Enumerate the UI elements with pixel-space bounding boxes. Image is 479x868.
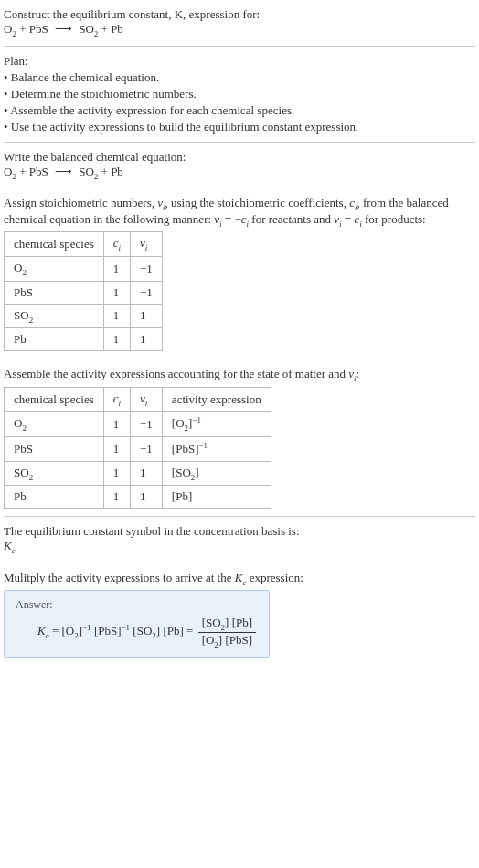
activity-section: Assemble the activity expressions accoun… <box>4 367 475 509</box>
cell-species: SO2 <box>5 304 104 328</box>
cell-ci: 1 <box>103 461 130 486</box>
cell-ci: 1 <box>103 304 130 328</box>
cell-ci: 1 <box>103 256 130 281</box>
plan-title: Plan: <box>4 54 475 69</box>
cell-vi: 1 <box>131 486 163 509</box>
kc-basis-section: The equilibrium constant symbol in the c… <box>4 524 475 555</box>
cell-species: PbS <box>5 281 104 304</box>
intro-line: Construct the equilibrium constant, K, e… <box>4 7 475 22</box>
answer-expression: Kc = [O2]−1 [PbS]−1 [SO2] [Pb] = [SO2] [… <box>37 616 258 648</box>
cell-ci: 1 <box>103 437 130 461</box>
header-ci: ci <box>103 232 130 257</box>
table-row: SO2 1 1 [SO2] <box>5 461 271 486</box>
answer-lhs: Kc = [O2]−1 [PbS]−1 [SO2] [Pb] = <box>37 624 197 638</box>
table-row: O2 1 −1 <box>5 256 163 281</box>
table-row: Pb 1 1 [Pb] <box>5 486 271 509</box>
plan-item: • Use the activity expressions to build … <box>4 120 475 134</box>
cell-vi: −1 <box>131 281 163 304</box>
plan-section: Plan: • Balance the chemical equation. •… <box>4 54 475 134</box>
table-row: SO2 1 1 <box>5 304 163 328</box>
cell-species: PbS <box>5 437 104 461</box>
stoich-text: Assign stoichiometric numbers, νi, using… <box>4 196 475 228</box>
header-species: chemical species <box>5 232 104 257</box>
kc-basis-text: The equilibrium constant symbol in the c… <box>4 524 475 539</box>
cell-ci: 1 <box>103 412 130 437</box>
cell-vi: 1 <box>131 304 163 328</box>
stoich-table: chemical species ci νi O2 1 −1 PbS 1 −1 … <box>4 231 163 351</box>
intro-equation: O2 + PbS ⟶ SO2 + Pb <box>4 22 475 38</box>
table-row: Pb 1 1 <box>5 328 163 351</box>
cell-ci: 1 <box>103 281 130 304</box>
answer-frac-num: [SO2] [Pb] <box>198 616 256 633</box>
activity-table: chemical species ci νi activity expressi… <box>4 387 271 509</box>
balanced-equation: O2 + PbS ⟶ SO2 + Pb <box>4 165 475 181</box>
cell-vi: −1 <box>131 437 163 461</box>
cell-species: O2 <box>5 256 104 281</box>
divider <box>4 188 475 188</box>
divider <box>4 359 475 359</box>
divider <box>4 563 475 563</box>
table-row: O2 1 −1 [O2]−1 <box>5 412 271 437</box>
header-ci: ci <box>103 387 130 412</box>
cell-species: Pb <box>5 486 104 509</box>
table-row: PbS 1 −1 [PbS]−1 <box>5 437 271 461</box>
stoich-section: Assign stoichiometric numbers, νi, using… <box>4 196 475 351</box>
multiply-text: Mulitply the activity expressions to arr… <box>4 571 475 587</box>
multiply-section: Mulitply the activity expressions to arr… <box>4 571 475 587</box>
answer-label: Answer: <box>16 598 258 612</box>
intro-section: Construct the equilibrium constant, K, e… <box>4 7 475 38</box>
cell-vi: 1 <box>131 328 163 351</box>
kc-symbol: Kc <box>4 539 475 555</box>
table-row: PbS 1 −1 <box>5 281 163 304</box>
cell-vi: −1 <box>131 412 163 437</box>
header-expr: activity expression <box>162 387 271 412</box>
header-vi: νi <box>131 387 163 412</box>
header-species: chemical species <box>5 387 104 412</box>
divider <box>4 516 475 517</box>
cell-ci: 1 <box>103 486 130 509</box>
cell-expr: [SO2] <box>162 461 271 486</box>
cell-expr: [PbS]−1 <box>162 437 271 461</box>
cell-expr: [O2]−1 <box>162 412 271 437</box>
cell-species: O2 <box>5 412 104 437</box>
activity-title: Assemble the activity expressions accoun… <box>4 367 475 383</box>
divider <box>4 142 475 143</box>
table-header-row: chemical species ci νi activity expressi… <box>5 387 271 412</box>
answer-fraction: [SO2] [Pb] [O2] [PbS] <box>198 616 256 648</box>
table-header-row: chemical species ci νi <box>5 232 163 257</box>
plan-item: • Assemble the activity expression for e… <box>4 103 475 118</box>
plan-list: • Balance the chemical equation. • Deter… <box>4 70 475 134</box>
plan-item: • Balance the chemical equation. <box>4 70 475 85</box>
cell-expr: [Pb] <box>162 486 271 509</box>
cell-species: Pb <box>5 328 104 351</box>
answer-frac-den: [O2] [PbS] <box>198 633 256 649</box>
cell-vi: −1 <box>131 256 163 281</box>
plan-item: • Determine the stoichiometric numbers. <box>4 87 475 102</box>
cell-vi: 1 <box>131 461 163 486</box>
answer-box: Answer: Kc = [O2]−1 [PbS]−1 [SO2] [Pb] =… <box>4 590 270 657</box>
balanced-section: Write the balanced chemical equation: O2… <box>4 150 475 181</box>
balanced-title: Write the balanced chemical equation: <box>4 150 475 165</box>
cell-ci: 1 <box>103 328 130 351</box>
divider <box>4 46 475 47</box>
header-vi: νi <box>131 232 163 257</box>
cell-species: SO2 <box>5 461 104 486</box>
